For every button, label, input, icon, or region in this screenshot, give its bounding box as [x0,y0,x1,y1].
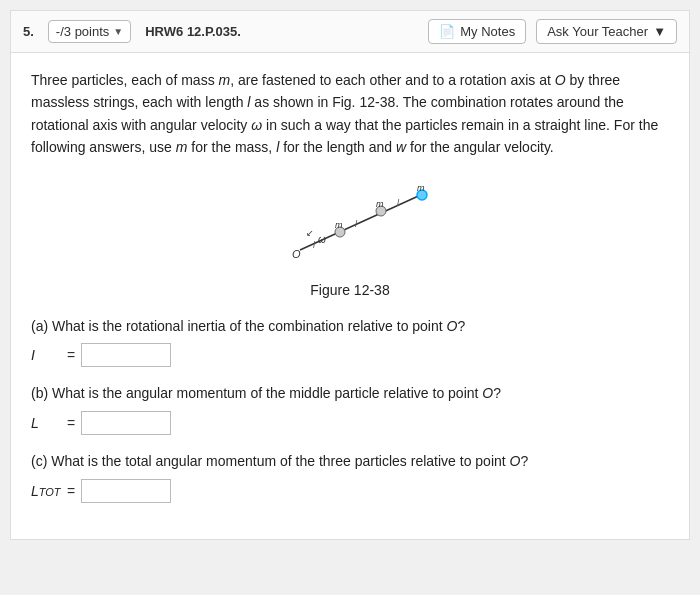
part-c-question: (c) What is the total angular momentum o… [31,451,669,473]
part-c-label: LTOT [31,483,61,499]
figure-diagram: O ω m m m l l [250,173,450,273]
figure-container: O ω m m m l l [31,173,669,276]
part-b-eq: = [67,415,75,431]
part-a-label: I [31,347,61,363]
parts-section: (a) What is the rotational inertia of th… [31,316,669,503]
chevron-down-icon: ▼ [113,26,123,37]
part-b-input[interactable] [81,411,171,435]
part-b-block: (b) What is the angular momentum of the … [31,383,669,435]
question-number: 5. [23,24,34,39]
chevron-down-icon-teacher: ▼ [653,24,666,39]
part-a-block: (a) What is the rotational inertia of th… [31,316,669,368]
part-b-question: (b) What is the angular momentum of the … [31,383,669,405]
document-icon: 📄 [439,24,455,39]
part-c-block: (c) What is the total angular momentum o… [31,451,669,503]
svg-text:O: O [292,248,301,260]
ask-teacher-button[interactable]: Ask Your Teacher ▼ [536,19,677,44]
part-b-answer-row: L = [31,411,669,435]
part-a-question: (a) What is the rotational inertia of th… [31,316,669,338]
svg-text:m: m [417,183,425,193]
svg-text:l: l [313,240,316,250]
svg-text:ω: ω [318,234,326,245]
svg-text:l: l [397,198,400,208]
part-c-eq: = [67,483,75,499]
part-c-answer-row: LTOT = [31,479,669,503]
part-a-answer-row: I = [31,343,669,367]
points-dropdown[interactable]: -/3 points ▼ [48,20,131,43]
content-area: Three particles, each of mass m, are fas… [11,53,689,539]
svg-text:m: m [376,199,384,209]
figure-caption: Figure 12-38 [31,282,669,298]
part-c-input[interactable] [81,479,171,503]
main-container: 5. -/3 points ▼ HRW6 12.P.035. 📄 My Note… [10,10,690,540]
svg-text:↙: ↙ [306,228,314,238]
top-bar: 5. -/3 points ▼ HRW6 12.P.035. 📄 My Note… [11,11,689,53]
my-notes-label: My Notes [460,24,515,39]
svg-text:m: m [335,220,343,230]
ask-teacher-label: Ask Your Teacher [547,24,648,39]
part-a-eq: = [67,347,75,363]
hrw-code: HRW6 12.P.035. [145,24,241,39]
part-a-input[interactable] [81,343,171,367]
part-b-label: L [31,415,61,431]
problem-text: Three particles, each of mass m, are fas… [31,69,669,159]
my-notes-button[interactable]: 📄 My Notes [428,19,526,44]
points-label: -/3 points [56,24,109,39]
